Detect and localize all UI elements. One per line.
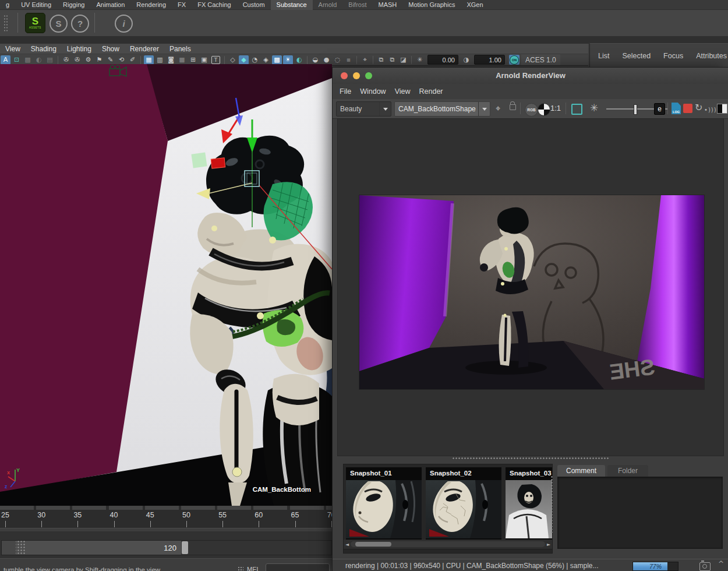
shelf-tab[interactable]: Rendering — [130, 0, 172, 10]
pan-zoom-icon[interactable]: ⟲ — [116, 55, 126, 65]
crop-region-icon[interactable] — [571, 104, 582, 115]
shelf-tab[interactable]: Arnold — [313, 0, 343, 10]
timeline-tick[interactable]: 70 — [326, 510, 332, 527]
attribute-editor-menu[interactable]: Focus — [663, 52, 683, 60]
shelf-tab[interactable]: Animation — [90, 0, 130, 10]
marquee-frame-icon[interactable]: ⊡ — [12, 55, 22, 65]
field-chart-icon[interactable]: ⊞ — [188, 55, 198, 65]
maximize-window-icon[interactable] — [365, 72, 372, 79]
log-file-icon[interactable]: LOG — [672, 103, 681, 114]
snapshot-card[interactable]: Snapshot_01 — [346, 467, 422, 540]
colorspace-label[interactable]: ACES 1.0 — [521, 54, 560, 65]
color-management-toggle[interactable]: ON — [509, 55, 520, 65]
scroll-left-icon[interactable]: ◄ — [344, 542, 351, 547]
shelf-tab[interactable]: Bifrost — [342, 0, 372, 10]
default-material-icon[interactable]: ▩ — [272, 55, 282, 65]
wireframe-on-shaded-icon[interactable]: ◈ — [261, 55, 271, 65]
grid-icon[interactable]: ▦ — [144, 55, 154, 65]
expand-chevron-icon[interactable]: ^ — [718, 560, 724, 568]
shelf-tab[interactable]: FX — [172, 0, 192, 10]
depth-peel-icon[interactable]: ▪ — [344, 55, 354, 65]
rgb-channels-icon[interactable]: RGB — [525, 103, 538, 117]
attribute-editor-menu[interactable]: List — [598, 52, 609, 60]
substance-help-icon[interactable]: ? — [71, 15, 89, 33]
panel-menu[interactable]: Lighting — [62, 45, 97, 53]
zoom-ratio-label[interactable]: 1:1 — [550, 104, 561, 112]
gate-mask-icon[interactable]: ■ — [177, 55, 187, 65]
range-fill[interactable]: 120 — [25, 541, 181, 555]
safe-title-icon[interactable]: T — [211, 56, 220, 64]
command-line-input[interactable] — [266, 563, 330, 571]
window-menu[interactable]: Window — [360, 87, 392, 96]
shelf-tab[interactable]: g — [0, 0, 15, 10]
textured-icon[interactable]: ◔ — [250, 55, 260, 65]
shelf-tab[interactable]: Custom — [237, 0, 271, 10]
panel-menu[interactable]: Shading — [26, 45, 62, 53]
antialias-icon[interactable]: ● — [321, 55, 331, 65]
tab-folder[interactable]: Folder — [607, 465, 648, 477]
scroll-right-icon[interactable]: ► — [545, 542, 552, 547]
debug-slider-handle[interactable] — [634, 104, 637, 115]
stop-render-icon[interactable] — [683, 104, 692, 113]
range-grip[interactable] — [16, 541, 25, 555]
exposure-button[interactable]: e — [654, 103, 665, 115]
tab-comment[interactable]: Comment — [557, 465, 605, 477]
attribute-editor-menu[interactable]: Selected — [622, 52, 651, 60]
substance-share-icon[interactable]: S — [50, 15, 68, 33]
tearoff-copy-icon[interactable]: ⧉ — [387, 55, 397, 65]
window-titlebar[interactable]: Arnold RenderView — [333, 68, 728, 84]
wireframe-icon[interactable]: ◇ — [228, 55, 238, 65]
snapshot-card[interactable]: Snapshot_03 — [506, 467, 553, 540]
shelf-tab[interactable]: UV Editing — [15, 0, 57, 10]
comment-textarea[interactable] — [557, 477, 723, 549]
range-slider[interactable]: 120 — [1, 540, 332, 555]
tearoff-panel-icon[interactable]: ⧉ — [376, 55, 386, 65]
window-menu[interactable]: Render — [419, 87, 450, 96]
timeline-tick[interactable]: 55 — [217, 510, 253, 527]
panel-menu[interactable]: Show — [97, 45, 125, 53]
smooth-shade-icon[interactable]: ◆ — [239, 55, 249, 65]
resolution-gate-icon[interactable]: ◙ — [166, 55, 176, 65]
divider[interactable] — [307, 56, 308, 64]
timeline-tick[interactable]: 45 — [145, 510, 181, 527]
exposure-icon[interactable]: ✳ — [415, 55, 425, 65]
window-menu[interactable]: File — [340, 87, 358, 96]
substance-info-icon[interactable]: i — [115, 15, 133, 33]
motion-blur-icon[interactable]: ◌ — [333, 55, 342, 65]
pencil-icon[interactable]: ✐ — [128, 55, 137, 65]
time-slider[interactable]: 25303540455055606570 — [0, 506, 332, 531]
rendered-image[interactable]: SHE — [359, 195, 704, 389]
range-handle[interactable] — [182, 541, 188, 554]
camera-icon[interactable]: ✇ — [61, 55, 71, 65]
refresh-render-icon[interactable]: ↻ — [695, 102, 702, 114]
render-region-icon[interactable]: ⌖ — [496, 103, 500, 114]
scrollbar-thumb[interactable] — [355, 542, 391, 547]
pane-shortcut-icon[interactable]: ◪ — [398, 55, 408, 65]
paint-select-icon[interactable]: ◐ — [34, 55, 44, 65]
aperture-icon[interactable]: ✳ — [590, 102, 598, 114]
panel-menu[interactable]: View — [0, 45, 26, 53]
isolate-select-icon[interactable]: ⌖ — [360, 55, 370, 65]
shelf-tab[interactable]: Motion Graphics — [402, 0, 461, 10]
divider[interactable] — [356, 56, 357, 64]
ipr-waves-icon[interactable]: •))) — [704, 104, 717, 116]
timeline-tick[interactable]: 40 — [109, 510, 145, 527]
ao-icon[interactable]: ◒ — [310, 55, 320, 65]
pen-icon[interactable]: ✎ — [105, 55, 115, 65]
camera-dropdown[interactable]: CAM_BackBottomShape — [394, 101, 490, 117]
maya-viewport[interactable]: x Y z CAM_BackBottom — [0, 64, 332, 506]
window-menu[interactable]: View — [395, 87, 417, 96]
timeline-tick[interactable]: 30 — [36, 510, 72, 527]
vertical-splitter-handle[interactable] — [550, 475, 554, 534]
alpha-checker-icon[interactable] — [538, 103, 550, 116]
divider[interactable] — [224, 56, 225, 64]
gamma-field[interactable]: 1.00 — [474, 55, 505, 65]
shadows-icon[interactable]: ◐ — [294, 55, 304, 65]
snapshot-camera-icon[interactable] — [699, 562, 711, 571]
gamma-icon[interactable]: ◑ — [461, 55, 471, 65]
panel-menu[interactable]: Panels — [164, 45, 196, 53]
timeline-tick[interactable]: 35 — [72, 510, 108, 527]
substance-assets-icon[interactable]: S ASSETS — [25, 13, 45, 33]
timeline-tick[interactable]: 50 — [181, 510, 217, 527]
shelf-tab[interactable]: MASH — [373, 0, 403, 10]
